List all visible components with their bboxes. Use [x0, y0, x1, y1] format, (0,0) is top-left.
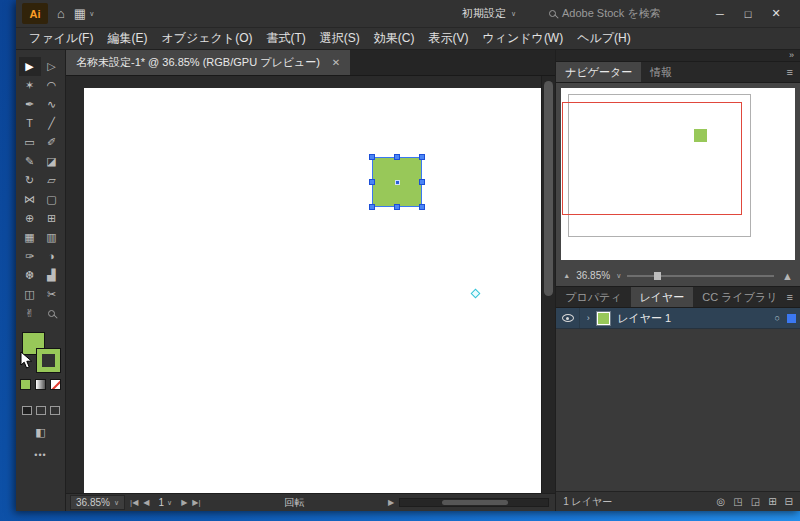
layer-expand-icon[interactable]: › [580, 313, 596, 323]
selection-handle-bottom-middle[interactable] [394, 204, 400, 210]
zoom-out-icon[interactable]: ▲ [563, 272, 570, 279]
horizontal-scrollbar-thumb[interactable] [442, 500, 508, 505]
edit-toolbar-button[interactable]: ••• [34, 450, 46, 460]
menu-view[interactable]: 表示(V) [421, 28, 475, 49]
menu-edit[interactable]: 編集(E) [100, 28, 154, 49]
rectangle-tool[interactable]: ▭ [19, 133, 41, 152]
symbol-sprayer-tool[interactable]: ❆ [19, 266, 41, 285]
selection-handle-middle-right[interactable] [419, 179, 425, 185]
panel-menu-icon[interactable]: ≡ [787, 66, 800, 78]
free-transform-tool[interactable]: ▢ [41, 190, 63, 209]
navigator-zoom-slider-thumb[interactable] [654, 272, 661, 280]
gradient-button[interactable] [35, 379, 46, 390]
status-popup-arrow[interactable]: ▶ [388, 498, 394, 507]
type-tool[interactable]: T [19, 114, 41, 133]
navigator-view-proxy[interactable] [562, 102, 742, 216]
canvas-view[interactable] [66, 76, 555, 493]
selected-green-square[interactable] [372, 157, 422, 207]
previous-artboard-button[interactable]: ◀ [143, 498, 149, 507]
eraser-tool[interactable]: ◪ [41, 152, 63, 171]
stroke-color-swatch[interactable] [37, 349, 60, 372]
blend-tool[interactable]: ◑ [41, 247, 63, 266]
minimize-button[interactable]: ─ [706, 4, 734, 24]
layer-name[interactable]: レイヤー 1 [617, 311, 774, 326]
menu-window[interactable]: ウィンドウ(W) [475, 28, 570, 49]
none-button[interactable] [50, 379, 61, 390]
shape-builder-tool[interactable]: ⊕ [19, 209, 41, 228]
tab-close-icon[interactable]: ✕ [332, 57, 340, 68]
draw-behind-button[interactable] [36, 406, 46, 415]
new-layer-icon[interactable]: ⊞ [768, 496, 776, 507]
line-segment-tool[interactable]: ╱ [41, 114, 63, 133]
selection-handle-top-right[interactable] [419, 154, 425, 160]
selection-handle-bottom-right[interactable] [419, 204, 425, 210]
new-sublayer-icon[interactable]: ◲ [751, 496, 760, 507]
width-tool[interactable]: ⋈ [19, 190, 41, 209]
paintbrush-tool[interactable]: ✐ [41, 133, 63, 152]
adobe-stock-search[interactable]: Adobe Stock を検索 [549, 6, 679, 21]
perspective-grid-tool[interactable]: ⊞ [41, 209, 63, 228]
eyedropper-tool[interactable]: ✑ [19, 247, 41, 266]
selection-handle-middle-left[interactable] [369, 179, 375, 185]
menu-type[interactable]: 書式(T) [259, 28, 312, 49]
first-artboard-button[interactable]: |◀ [130, 498, 138, 507]
chevron-down-icon[interactable]: ∨ [616, 272, 621, 280]
tab-info[interactable]: 情報 [641, 62, 681, 82]
selection-center-point[interactable] [395, 180, 400, 185]
scale-tool[interactable]: ▱ [41, 171, 63, 190]
draw-inside-button[interactable] [50, 406, 60, 415]
slice-tool[interactable]: ✂ [41, 285, 63, 304]
locate-object-icon[interactable]: ◎ [717, 496, 726, 507]
layer-thumbnail[interactable] [596, 311, 611, 326]
screen-mode-button[interactable]: ◧ [35, 426, 45, 439]
menu-object[interactable]: オブジェクト(O) [154, 28, 259, 49]
mesh-tool[interactable]: ▦ [19, 228, 41, 247]
maximize-button[interactable]: □ [734, 4, 762, 24]
visibility-cell[interactable] [556, 308, 580, 328]
selection-handle-top-middle[interactable] [394, 154, 400, 160]
tab-layers[interactable]: レイヤー [631, 287, 694, 307]
delete-layer-icon[interactable]: ⊟ [785, 496, 793, 507]
layer-row[interactable]: › レイヤー 1 ○ [556, 308, 800, 329]
selection-handle-top-left[interactable] [369, 154, 375, 160]
draw-normal-button[interactable] [22, 406, 32, 415]
artboard-number-dropdown[interactable]: 1 ∨ [154, 496, 176, 509]
menu-effect[interactable]: 効果(C) [367, 28, 422, 49]
artboard-tool[interactable]: ◫ [19, 285, 41, 304]
vertical-scrollbar[interactable] [541, 76, 555, 493]
pencil-tool[interactable]: ✎ [19, 152, 41, 171]
clipping-mask-icon[interactable]: ◳ [733, 496, 742, 507]
selection-handle-bottom-left[interactable] [369, 204, 375, 210]
close-button[interactable]: ✕ [762, 3, 790, 24]
curvature-tool[interactable]: ∿ [41, 95, 63, 114]
layer-selection-indicator[interactable] [787, 314, 796, 323]
collapse-panels-icon[interactable]: » [789, 51, 794, 60]
hand-tool[interactable]: ✌ [19, 304, 41, 323]
direct-selection-tool[interactable]: ▷ [41, 57, 63, 76]
zoom-tool[interactable] [41, 304, 63, 323]
menu-select[interactable]: 選択(S) [313, 28, 367, 49]
arrange-documents-button[interactable]: ▦ ∨ [74, 7, 94, 20]
column-graph-tool[interactable]: ▟ [41, 266, 63, 285]
next-artboard-button[interactable]: ▶ [181, 498, 187, 507]
tab-cc-libraries[interactable]: CC ライブラリ [693, 287, 786, 307]
vertical-scrollbar-thumb[interactable] [544, 81, 553, 296]
magic-wand-tool[interactable]: ✶ [19, 76, 41, 95]
tab-properties[interactable]: プロパティ [556, 287, 630, 307]
horizontal-scrollbar[interactable] [399, 498, 549, 507]
rotate-tool[interactable]: ↻ [19, 171, 41, 190]
gradient-tool[interactable]: ▥ [41, 228, 63, 247]
menu-file[interactable]: ファイル(F) [22, 28, 100, 49]
navigator-zoom-slider[interactable] [627, 275, 774, 277]
navigator-preview[interactable] [561, 88, 795, 260]
menu-help[interactable]: ヘルプ(H) [570, 28, 638, 49]
layer-target-icon[interactable]: ○ [775, 313, 780, 323]
last-artboard-button[interactable]: ▶| [192, 498, 200, 507]
zoom-in-icon[interactable]: ▲ [782, 270, 793, 282]
home-icon[interactable]: ⌂ [57, 7, 65, 20]
document-tab[interactable]: 名称未設定-1* @ 36.85% (RGB/GPU プレビュー) ✕ [66, 50, 350, 75]
zoom-level-dropdown[interactable]: 36.85% ∨ [70, 495, 125, 510]
tab-navigator[interactable]: ナビゲーター [556, 62, 641, 82]
color-button[interactable] [20, 379, 31, 390]
selection-tool[interactable]: ▶ [19, 57, 41, 76]
